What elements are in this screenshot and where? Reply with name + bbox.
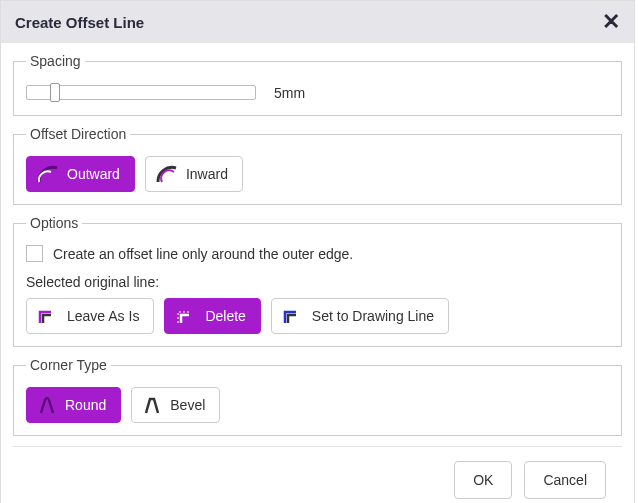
- spacing-slider[interactable]: [26, 83, 256, 103]
- group-offset-direction: Offset Direction Outward: [13, 126, 622, 205]
- bevel-corner-icon: [142, 395, 162, 415]
- spacing-value: 5mm: [274, 85, 305, 101]
- slider-thumb[interactable]: [50, 83, 60, 102]
- delete-button[interactable]: Delete: [164, 298, 260, 334]
- ok-button[interactable]: OK: [454, 461, 512, 499]
- outer-edge-checkbox[interactable]: [26, 245, 43, 262]
- outward-label: Outward: [67, 166, 120, 182]
- set-to-drawing-line-icon: [282, 306, 304, 326]
- selected-original-label: Selected original line:: [26, 274, 609, 290]
- round-label: Round: [65, 397, 106, 413]
- legend-corner: Corner Type: [26, 357, 111, 373]
- legend-direction: Offset Direction: [26, 126, 130, 142]
- delete-label: Delete: [205, 308, 245, 324]
- bevel-button[interactable]: Bevel: [131, 387, 220, 423]
- outer-edge-label: Create an offset line only around the ou…: [53, 246, 353, 262]
- set-to-drawing-line-label: Set to Drawing Line: [312, 308, 434, 324]
- dialog-footer: OK Cancel: [13, 446, 622, 503]
- legend-options: Options: [26, 215, 82, 231]
- slider-track: [26, 85, 256, 100]
- set-to-drawing-line-button[interactable]: Set to Drawing Line: [271, 298, 449, 334]
- dialog-create-offset-line: Create Offset Line ✕ Spacing 5mm Offset …: [0, 0, 635, 503]
- group-corner-type: Corner Type Round Be: [13, 357, 622, 436]
- titlebar: Create Offset Line ✕: [1, 1, 634, 43]
- close-icon[interactable]: ✕: [602, 11, 620, 33]
- inward-arc-icon: [156, 164, 178, 184]
- delete-icon: [175, 306, 197, 326]
- inward-button[interactable]: Inward: [145, 156, 243, 192]
- leave-as-is-button[interactable]: Leave As Is: [26, 298, 154, 334]
- leave-as-is-label: Leave As Is: [67, 308, 139, 324]
- group-options: Options Create an offset line only aroun…: [13, 215, 622, 347]
- round-corner-icon: [37, 395, 57, 415]
- legend-spacing: Spacing: [26, 53, 85, 69]
- cancel-button[interactable]: Cancel: [524, 461, 606, 499]
- outward-arc-icon: [37, 164, 59, 184]
- leave-as-is-icon: [37, 306, 59, 326]
- outward-button[interactable]: Outward: [26, 156, 135, 192]
- group-spacing: Spacing 5mm: [13, 53, 622, 116]
- round-button[interactable]: Round: [26, 387, 121, 423]
- dialog-title: Create Offset Line: [15, 14, 144, 31]
- dialog-body: Spacing 5mm Offset Direction: [1, 43, 634, 503]
- bevel-label: Bevel: [170, 397, 205, 413]
- inward-label: Inward: [186, 166, 228, 182]
